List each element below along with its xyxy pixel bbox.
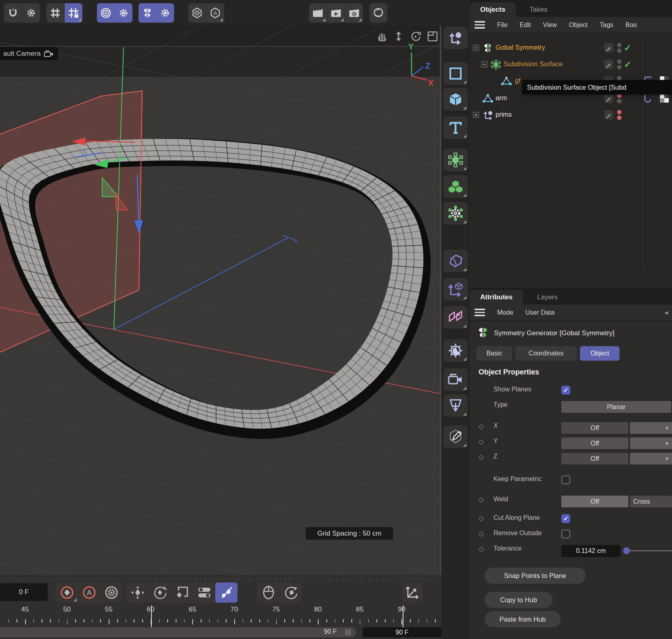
symmetry-options-button[interactable] — [156, 3, 174, 23]
object-label[interactable]: prims — [496, 111, 512, 118]
timeline-ruler[interactable] — [0, 617, 441, 627]
copy-to-hub-button[interactable]: Copy to Hub — [485, 592, 552, 608]
key-position-button[interactable] — [126, 582, 149, 603]
tolerance-slider-knob[interactable] — [623, 547, 630, 554]
instance-button[interactable] — [443, 278, 468, 301]
target-options-button[interactable] — [115, 3, 132, 23]
x-plus-button[interactable]: + — [630, 422, 672, 434]
range-grip[interactable] — [346, 629, 351, 635]
tolerance-slider-track[interactable] — [625, 550, 672, 551]
autokey-button[interactable]: A — [78, 582, 100, 603]
snap-options-button[interactable] — [22, 3, 40, 23]
fcurve-button[interactable] — [402, 582, 422, 603]
pan-view-button[interactable] — [376, 30, 388, 42]
z-plus-button[interactable]: + — [630, 453, 672, 465]
annotate-button[interactable] — [443, 425, 468, 448]
tab-takes[interactable]: Takes — [529, 2, 547, 17]
rotate-view-button[interactable] — [410, 30, 422, 42]
attributes-menu-icon[interactable] — [475, 307, 485, 318]
object-label[interactable]: Gobal Symmetry — [496, 44, 545, 51]
menu-object[interactable]: Object — [569, 21, 588, 29]
field-button[interactable] — [443, 306, 468, 329]
camera-object-button[interactable] — [443, 368, 468, 391]
menu-user-data[interactable]: User Data — [525, 309, 554, 316]
toggle-layout-button[interactable] — [426, 30, 439, 42]
subdivision-surface-button[interactable] — [443, 149, 468, 171]
document-end-field[interactable]: 90 F — [363, 627, 441, 637]
z-mode-button[interactable]: Off — [561, 453, 628, 465]
layer-toggle[interactable] — [604, 94, 613, 103]
weld-mode-button[interactable]: Off — [561, 496, 628, 507]
collapse-expander[interactable]: − — [473, 45, 479, 51]
record-keyframe-button[interactable] — [56, 582, 78, 603]
null-object-button[interactable] — [443, 27, 468, 49]
visibility-dots[interactable] — [617, 42, 622, 54]
render-view-button[interactable] — [309, 3, 327, 23]
keyframe-diamond[interactable]: ◇ — [479, 422, 484, 431]
current-frame-field[interactable]: 0 F — [0, 583, 48, 601]
type-dropdown[interactable]: Planar — [561, 401, 671, 413]
visibility-dots[interactable] — [617, 109, 622, 121]
stage-object-button[interactable] — [443, 394, 468, 417]
enabled-check[interactable]: ✓ — [624, 59, 631, 70]
objects-menu-icon[interactable] — [475, 19, 485, 30]
tree-row-prims[interactable]: + prims — [470, 107, 672, 123]
tolerance-input[interactable]: 0.1142 cm — [561, 545, 620, 557]
zoom-view-button[interactable] — [393, 30, 405, 42]
tab-basic[interactable]: Basic — [477, 346, 512, 361]
menu-edit[interactable]: Edit — [520, 21, 531, 29]
enabled-check[interactable]: ✓ — [624, 43, 631, 53]
tree-row-subdivision-surface[interactable]: − Subdivision Surface ✓ — [470, 56, 672, 73]
object-label[interactable]: Subdivision Surface — [504, 60, 563, 68]
key-scale-button[interactable] — [171, 582, 193, 603]
y-plus-button[interactable]: + — [630, 437, 672, 449]
axis-mode-button[interactable]: A — [206, 3, 224, 23]
tab-attributes[interactable]: Attributes — [470, 290, 523, 305]
camera-label[interactable]: ault Camera — [0, 47, 58, 60]
text-object-button[interactable] — [443, 116, 468, 139]
menu-bookmarks[interactable]: Boo — [626, 21, 637, 29]
collapse-expander[interactable]: − — [481, 61, 487, 67]
panel-back-arrow[interactable]: ◀ — [664, 310, 668, 315]
cloner-button[interactable] — [443, 202, 468, 225]
keyframe-diamond[interactable]: ◇ — [479, 545, 484, 553]
mouse-record-button[interactable] — [257, 582, 279, 603]
keyframe-diamond[interactable]: ◇ — [479, 437, 484, 446]
symmetry-mode-button[interactable] — [139, 3, 156, 23]
show-planes-checkbox[interactable]: ✓ — [561, 386, 570, 395]
render-settings-button[interactable] — [345, 3, 363, 23]
tree-row-gobal-symmetry[interactable]: − Gobal Symmetry ✓ — [470, 40, 672, 56]
expand-expander[interactable]: + — [473, 112, 479, 118]
timeline-drag-handle[interactable] — [0, 577, 441, 580]
spline-object-button[interactable] — [443, 62, 468, 85]
keyframe-diamond[interactable]: ◇ — [479, 514, 484, 523]
primitive-cube-button[interactable] — [443, 88, 468, 111]
paste-from-hub-button[interactable]: Paste from Hub — [485, 611, 561, 627]
deformer-button[interactable] — [443, 250, 468, 272]
x-mode-button[interactable]: Off — [561, 422, 628, 434]
section-title[interactable]: Object Properties — [479, 368, 539, 376]
target-mode-button[interactable] — [97, 3, 115, 23]
snap-settings-button[interactable] — [4, 3, 22, 23]
timeline-marker-60[interactable] — [151, 605, 152, 628]
keyframe-diamond[interactable]: ◇ — [479, 453, 484, 461]
preview-range-slider[interactable]: 90 F — [0, 627, 356, 637]
menu-tags[interactable]: Tags — [600, 21, 613, 29]
tab-layers[interactable]: Layers — [537, 290, 558, 305]
motion-record-button[interactable] — [279, 582, 302, 603]
object-label[interactable]: arm — [496, 94, 507, 102]
environment-button[interactable] — [443, 339, 468, 362]
timeline-numbers[interactable]: 45505560657075808590 — [0, 605, 441, 615]
weld-cross-button[interactable]: Cross — [630, 496, 672, 507]
y-mode-button[interactable]: Off — [561, 437, 628, 449]
menu-view[interactable]: View — [543, 21, 556, 29]
key-rotation-button[interactable] — [149, 582, 171, 603]
viewport-splitter[interactable] — [440, 26, 441, 575]
3d-viewport[interactable]: YZX — [0, 26, 441, 575]
visibility-dots[interactable] — [617, 58, 622, 71]
keyframe-diamond[interactable]: ◇ — [479, 530, 484, 538]
key-pla-off-button[interactable] — [215, 582, 237, 603]
snap-points-to-plane-button[interactable]: Snap Points to Plane — [485, 568, 586, 584]
keyframe-diamond[interactable]: ◇ — [479, 496, 484, 504]
menu-file[interactable]: File — [497, 21, 508, 29]
